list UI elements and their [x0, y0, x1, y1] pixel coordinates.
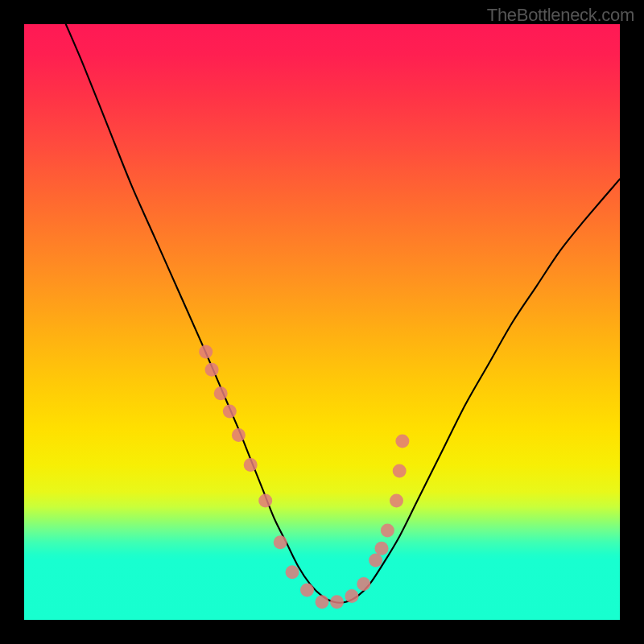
dot-marker [286, 565, 299, 579]
dot-marker [199, 345, 213, 359]
chart-svg [24, 24, 620, 620]
dot-marker [205, 363, 219, 377]
dot-marker [232, 428, 246, 442]
dot-marker [390, 494, 403, 508]
dot-marker [300, 584, 314, 597]
dot-marker [244, 458, 258, 472]
dot-marker [214, 386, 228, 400]
dot-marker [223, 405, 237, 419]
curve-line [66, 24, 620, 603]
dot-markers [199, 345, 409, 609]
dot-marker [345, 589, 359, 603]
dot-marker [375, 542, 389, 555]
dot-marker [369, 554, 382, 568]
dot-marker [393, 464, 407, 478]
dot-marker [258, 494, 272, 508]
plot-area [24, 24, 620, 620]
dot-marker [274, 535, 287, 549]
dot-marker [330, 595, 344, 609]
dot-marker [395, 435, 409, 448]
watermark-text: TheBottleneck.com [487, 5, 634, 26]
dot-marker [381, 524, 394, 538]
dot-marker [316, 595, 329, 609]
dot-marker [357, 577, 370, 591]
